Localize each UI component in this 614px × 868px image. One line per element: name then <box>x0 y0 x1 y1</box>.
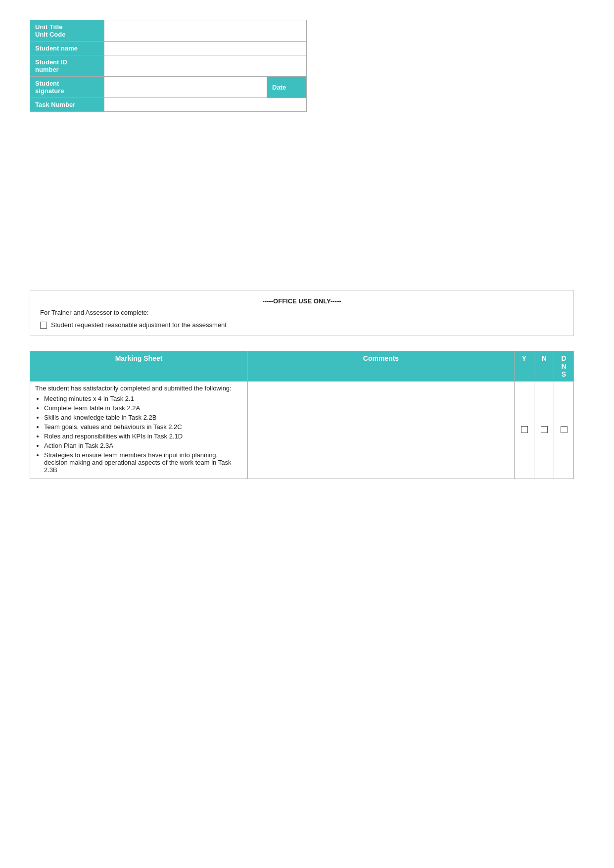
row1-y[interactable] <box>515 382 534 479</box>
marking-table: Marking Sheet Completed successfully Did… <box>30 351 574 479</box>
row1-n[interactable] <box>534 382 554 479</box>
row1-comments[interactable] <box>248 382 515 479</box>
list-item: Strategies to ensure team members have i… <box>44 451 242 474</box>
row1-dns[interactable] <box>554 382 574 479</box>
adjustment-checkbox-row[interactable]: Student requested reasonable adjustment … <box>40 321 564 329</box>
checkbox-y[interactable] <box>521 426 528 433</box>
student-id-label: Student IDnumber <box>30 55 104 77</box>
header-table: Unit TitleUnit Code Student name Student… <box>30 20 307 112</box>
student-name-value[interactable] <box>104 42 307 55</box>
date-label: Date <box>267 77 307 98</box>
completed-successfully-header: Completed successfully <box>35 362 242 370</box>
bullet-list: Meeting minutes x 4 in Task 2.1 Complete… <box>44 395 242 474</box>
col-n: N <box>534 351 554 382</box>
student-sig-label: Studentsignature <box>30 77 104 98</box>
table-row: The student has satisfactorily completed… <box>30 382 574 479</box>
adjustment-checkbox[interactable] <box>40 322 47 329</box>
did-student-header: Did the student satisfactorily: <box>35 370 242 378</box>
student-name-label: Student name <box>30 42 104 55</box>
row1-content: The student has satisfactorily completed… <box>30 382 248 479</box>
col-dns: D N S <box>554 351 574 382</box>
list-item: Skills and knowledge table in Task 2.2B <box>44 414 242 421</box>
unit-value[interactable] <box>104 20 307 42</box>
task-number-value[interactable] <box>104 98 307 112</box>
col-marking-sheet: Marking Sheet Completed successfully Did… <box>30 351 248 382</box>
list-item: Action Plan in Task 2.3A <box>44 442 242 449</box>
list-item: Roles and responsibilities with KPIs in … <box>44 433 242 440</box>
task-number-label: Task Number <box>30 98 104 112</box>
student-id-value[interactable] <box>104 55 307 77</box>
col-y: Y <box>515 351 534 382</box>
col-comments: Comments <box>248 351 515 382</box>
adjustment-label: Student requested reasonable adjustment … <box>51 321 227 329</box>
checkbox-dns[interactable] <box>561 426 567 433</box>
list-item: Team goals, values and behaviours in Tas… <box>44 423 242 431</box>
office-use-box: -----OFFICE USE ONLY----- For Trainer an… <box>30 290 574 336</box>
unit-label: Unit TitleUnit Code <box>30 20 104 42</box>
list-item: Meeting minutes x 4 in Task 2.1 <box>44 395 242 402</box>
office-subtitle: For Trainer and Assessor to complete: <box>40 309 564 316</box>
checkbox-n[interactable] <box>541 426 548 433</box>
office-title: -----OFFICE USE ONLY----- <box>40 297 564 305</box>
student-sig-value[interactable] <box>104 77 267 98</box>
list-item: Complete team table in Task 2.2A <box>44 404 242 412</box>
